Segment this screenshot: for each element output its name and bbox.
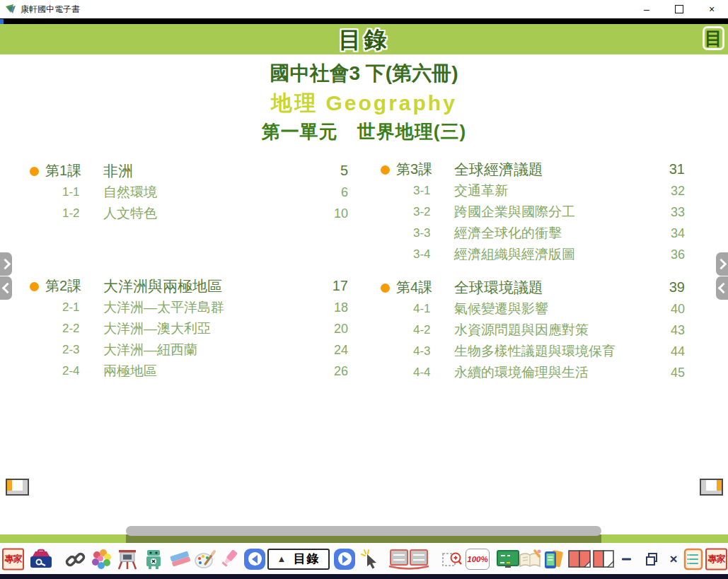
page-menu-box[interactable]: ▲ 目錄 — [267, 549, 330, 570]
sub-number: 4-3 — [396, 344, 454, 358]
prev-arrow-icon — [248, 552, 262, 566]
toc-sub-row[interactable]: 2-3 大洋洲—紐西蘭 24 — [28, 339, 348, 361]
flip-tab-right-next[interactable] — [716, 252, 728, 276]
sub-number: 3-1 — [396, 184, 454, 198]
next-page-button[interactable] — [334, 549, 355, 570]
toc-sub-row[interactable]: 1-1 自然環境 6 — [28, 182, 348, 203]
toc-sub-row[interactable]: 3-4 經濟組織與經濟版圖 36 — [379, 244, 685, 265]
bottom-border-strip — [0, 574, 728, 579]
link-icon[interactable] — [65, 549, 86, 570]
clipboard-list-icon[interactable] — [683, 548, 703, 571]
toc-sub-row[interactable]: 4-1 氣候變遷與影響 40 — [379, 298, 685, 320]
page-curl-button-left[interactable] — [6, 479, 29, 496]
palette-icon[interactable] — [194, 549, 216, 570]
sub-title: 經濟全球化的衝擊 — [454, 224, 648, 242]
expert-mode-button-left[interactable]: 專家 — [2, 548, 24, 570]
window-close-button[interactable]: × — [695, 0, 728, 18]
toc-bookmark-icon[interactable]: 目 — [703, 26, 724, 50]
chevron-left-icon — [1, 283, 13, 294]
page-curl-button-right[interactable] — [700, 479, 723, 496]
zoom-level-box[interactable]: 100% — [466, 549, 490, 570]
top-divider-strip — [0, 18, 728, 24]
sub-page: 24 — [311, 343, 348, 358]
sub-title: 兩極地區 — [103, 362, 311, 380]
toc-sub-row[interactable]: 2-1 大洋洲—太平洋島群 18 — [28, 297, 348, 318]
chapter-page: 31 — [648, 161, 685, 177]
toc-chapter-row[interactable]: 第2課 大洋洲與兩極地區 17 — [28, 275, 348, 297]
toc-sub-row[interactable]: 4-2 水資源問題與因應對策 43 — [379, 320, 685, 341]
sparkle-cursor-icon[interactable] — [360, 549, 381, 570]
sub-number: 3-3 — [396, 226, 454, 240]
chapter-page: 17 — [311, 278, 348, 294]
sub-number: 4-4 — [396, 365, 454, 380]
flip-tab-right-prev[interactable] — [716, 276, 728, 300]
triangle-up-icon: ▲ — [277, 554, 287, 564]
zoom-select-icon[interactable] — [441, 549, 463, 570]
flip-tab-left-prev[interactable] — [0, 276, 12, 300]
toc-sub-row[interactable]: 3-2 跨國企業與國際分工 33 — [379, 201, 685, 223]
toc-chapter-row[interactable]: 第1課 非洲 5 — [28, 160, 348, 182]
flower-pins-icon[interactable] — [90, 548, 112, 571]
chapter-title: 非洲 — [103, 161, 311, 181]
toc-chapter-row[interactable]: 第4課 全球環境議題 39 — [379, 276, 685, 298]
chevron-left-icon — [717, 283, 728, 294]
highlighter-icon[interactable] — [219, 549, 240, 570]
page-title: 目錄 — [0, 25, 728, 56]
sub-page: 20 — [311, 322, 348, 337]
sub-title: 大洋洲—紐西蘭 — [103, 341, 311, 359]
toc-sub-row[interactable]: 4-4 永續的環境倫理與生活 45 — [379, 362, 685, 383]
chapter-bullet — [28, 163, 45, 180]
toolbar-restore-button[interactable] — [645, 552, 659, 566]
bullet-icon — [381, 165, 390, 175]
corner-orange-strip — [7, 480, 12, 491]
ebook-app-window: 康軒國中電子書 – × 目錄 目 國中社會3 下(第六冊) 地理 Geograp… — [0, 0, 728, 579]
easel-icon[interactable] — [115, 548, 139, 571]
toc-block-ch1: 第1課 非洲 5 1-1 自然環境 6 1-2 人文特色 10 — [28, 160, 348, 224]
sub-number: 1-1 — [45, 185, 103, 199]
toc-chapter-row[interactable]: 第3課 全球經濟議題 31 — [379, 158, 685, 180]
window-minimize-button[interactable]: – — [630, 0, 663, 18]
robot-trash-icon[interactable] — [143, 548, 164, 571]
toolbar-close-button[interactable]: × — [668, 551, 679, 567]
app-icon — [5, 4, 16, 15]
horizontal-scrollbar[interactable] — [126, 526, 601, 536]
open-book-icon[interactable] — [386, 547, 432, 571]
toc-sub-row[interactable]: 2-4 兩極地區 26 — [28, 361, 348, 382]
book-title: 國中社會3 下(第六冊) — [0, 60, 728, 87]
sub-page: 45 — [648, 365, 685, 380]
page-content: 國中社會3 下(第六冊) 地理 Geography 第一單元 世界地理(三) 第… — [0, 54, 728, 543]
chalkboard-icon[interactable] — [496, 549, 520, 570]
chapter-bullet — [379, 279, 396, 296]
expert-mode-button-right[interactable]: 專家 — [705, 548, 727, 570]
chapter-number: 第2課 — [45, 276, 103, 296]
sub-title: 自然環境 — [103, 183, 311, 201]
sub-number: 2-1 — [45, 300, 103, 315]
toc-block-ch3: 第3課 全球經濟議題 31 3-1 交通革新 32 3-2 跨國企業與國際分工 … — [379, 158, 685, 265]
toc-sub-row[interactable]: 2-2 大洋洲—澳大利亞 20 — [28, 318, 348, 339]
window-controls: – × — [630, 0, 728, 18]
sub-title: 跨國企業與國際分工 — [454, 203, 648, 221]
window-title: 康軒國中電子書 — [21, 4, 80, 16]
sub-number: 4-2 — [396, 323, 454, 337]
flip-tab-left-next[interactable] — [0, 252, 12, 276]
maximize-icon — [675, 5, 683, 13]
window-titlebar: 康軒國中電子書 – × — [0, 0, 728, 18]
sub-page: 33 — [648, 205, 685, 220]
window-maximize-button[interactable] — [663, 0, 695, 18]
eraser-icon[interactable] — [169, 549, 192, 570]
toc-sub-row[interactable]: 4-3 生物多樣性議題與環境保育 44 — [379, 341, 685, 362]
sub-title: 氣候變遷與影響 — [454, 300, 648, 318]
notebook-pencil-icon[interactable] — [517, 549, 543, 570]
chapter-title: 大洋洲與兩極地區 — [103, 276, 311, 296]
single-page-view-icon[interactable] — [591, 549, 616, 570]
device-reader-icon[interactable] — [542, 548, 565, 571]
sub-page: 32 — [648, 184, 685, 199]
toc-sub-row[interactable]: 3-1 交通革新 32 — [379, 180, 685, 201]
toc-sub-row[interactable]: 1-2 人文特色 10 — [28, 203, 348, 224]
prev-page-button[interactable] — [244, 549, 265, 570]
toolbox-icon[interactable] — [28, 548, 54, 571]
toolbar-minimize-button[interactable] — [620, 558, 632, 560]
bottom-toolbar: 專家 — [0, 544, 728, 574]
toc-sub-row[interactable]: 3-3 經濟全球化的衝擊 34 — [379, 223, 685, 244]
two-page-view-icon[interactable] — [567, 549, 594, 570]
